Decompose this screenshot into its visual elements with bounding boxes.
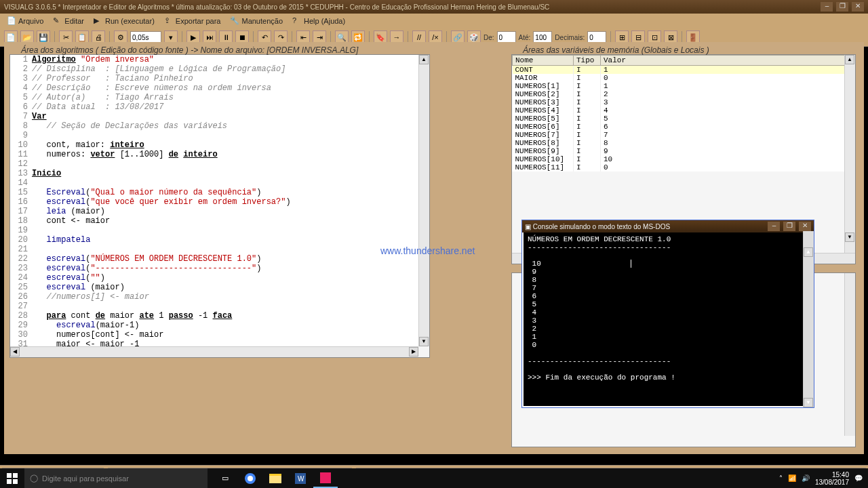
code-line: 27 — [10, 302, 418, 311]
code-line: 22 escreval("NÚMEROS EM ORDEM DECRESCENT… — [10, 254, 418, 264]
table-row[interactable]: NUMEROS[8]I8 — [513, 139, 855, 147]
taskbar-app-chrome[interactable] — [238, 468, 262, 488]
scroll-right-button[interactable]: ▶ — [409, 347, 418, 357]
scroll-left-button[interactable]: ◀ — [10, 347, 20, 357]
help-icon: ? — [292, 16, 302, 26]
file-icon: 📄 — [7, 16, 16, 26]
code-line: 1Algoritmo "Ordem inversa" — [10, 55, 418, 64]
table-row[interactable]: NUMEROS[4]I4 — [513, 106, 855, 115]
code-line: 15 Escreval("Qual o maior número da sequ… — [10, 188, 418, 197]
window-title: VISUALG 3.0.6.5 * Interpretador e Editor… — [4, 3, 549, 11]
wrench-icon: 🔧 — [230, 16, 239, 26]
code-line: 25 escreval (maior) — [10, 283, 418, 292]
vars-scrollbar-v[interactable]: ▲ ▼ — [844, 55, 855, 253]
code-line: 11 numeros: vetor [1..1000] de inteiro — [10, 150, 418, 159]
run-icon: ▶ — [94, 16, 103, 26]
table-row[interactable]: NUMEROS[11]I0 — [513, 163, 855, 171]
vars-col-tipo[interactable]: Tipo — [574, 56, 601, 66]
console-output: NÚMEROS EM ORDEM DECRESCENTE 1.0 -------… — [522, 232, 814, 407]
tray-network-icon[interactable]: 📶 — [788, 474, 796, 482]
code-line: 3// Professor : Taciano Pinheiro — [10, 74, 418, 83]
console-titlebar: ▣ Console simulando o modo texto do MS-D… — [522, 220, 814, 232]
scroll-down-button[interactable]: ▼ — [845, 232, 854, 242]
code-line: 31 maior <- maior -1 — [10, 340, 418, 346]
console-close-button[interactable]: ✕ — [799, 222, 811, 231]
code-editor[interactable]: 1Algoritmo "Ordem inversa"2// Disciplina… — [10, 55, 418, 346]
table-row[interactable]: CONTI1 — [513, 66, 855, 75]
menu-manutencao[interactable]: 🔧Manutenção — [226, 15, 287, 27]
code-line: 12 — [10, 159, 418, 169]
svg-rect-7 — [269, 476, 281, 483]
tray-volume-icon[interactable]: 🔊 — [802, 474, 810, 482]
menu-exportar[interactable]: ⇪Exportar para — [160, 15, 225, 27]
menu-help[interactable]: ?Help (Ajuda) — [288, 15, 349, 27]
scroll-up-button[interactable]: ▲ — [419, 55, 429, 64]
export-icon: ⇪ — [164, 16, 174, 26]
table-row[interactable]: NUMEROS[5]I5 — [513, 115, 855, 123]
table-row[interactable]: NUMEROS[10]I10 — [513, 155, 855, 163]
code-line: 7Var — [10, 112, 418, 121]
taskbar-app-visualg[interactable] — [313, 468, 338, 488]
code-line: 6// Data atual : 13/08/2017 — [10, 102, 418, 112]
taskbar-date: 13/08/2017 — [815, 479, 849, 486]
start-button[interactable] — [0, 468, 24, 488]
code-line: 28 para cont de maior ate 1 passo -1 fac… — [10, 311, 418, 321]
menu-arquivo[interactable]: 📄Arquivo — [3, 15, 47, 27]
ate-label: Até: — [519, 34, 531, 41]
taskbar: ◯ Digite aqui para pesquisar ▭ W ˄ 📶 🔊 1… — [0, 468, 868, 488]
console-scrollbar-v[interactable]: ▲ ▼ — [803, 231, 814, 407]
tray-chevron-up-icon[interactable]: ˄ — [779, 474, 783, 482]
menu-editar[interactable]: ✎Editar — [49, 15, 88, 27]
titlebar: VISUALG 3.0.6.5 * Interpretador e Editor… — [0, 0, 868, 14]
svg-rect-2 — [7, 479, 12, 484]
console-window[interactable]: ▣ Console simulando o modo texto do MS-D… — [521, 220, 814, 408]
table-row[interactable]: NUMEROS[3]I3 — [513, 98, 855, 106]
code-line: 30 numeros[cont] <- maior — [10, 330, 418, 340]
lower-scrollbar-v[interactable] — [844, 273, 855, 436]
svg-rect-3 — [13, 479, 18, 484]
code-line: 9 — [10, 131, 418, 140]
code-scrollbar-h[interactable]: ◀ ▶ — [10, 346, 418, 357]
taskbar-time: 15:40 — [815, 471, 849, 479]
code-line: 17 leia (maior) — [10, 207, 418, 216]
menubar: 📄Arquivo ✎Editar ▶Run (executar) ⇪Export… — [0, 14, 868, 28]
taskbar-clock[interactable]: 15:40 13/08/2017 — [815, 471, 849, 486]
scroll-down-button[interactable]: ▼ — [419, 337, 429, 346]
taskbar-app-word[interactable]: W — [288, 468, 313, 488]
maximize-button[interactable]: ❐ — [836, 2, 848, 12]
code-line: 23 escreval("---------------------------… — [10, 264, 418, 273]
menu-run[interactable]: ▶Run (executar) — [90, 15, 159, 27]
code-scrollbar-v[interactable]: ▲ ▼ — [418, 55, 429, 346]
table-row[interactable]: NUMEROS[7]I7 — [513, 131, 855, 139]
close-button[interactable]: ✕ — [852, 2, 864, 12]
de-label: De: — [484, 34, 494, 41]
scroll-up-button[interactable]: ▲ — [845, 55, 854, 64]
minimize-button[interactable]: – — [821, 2, 833, 12]
vars-col-nome[interactable]: Nome — [513, 56, 574, 66]
windows-icon — [7, 473, 18, 484]
code-line: 8 // Seção de Declarações das variáveis — [10, 121, 418, 131]
system-tray: ˄ 📶 🔊 15:40 13/08/2017 💬 — [774, 471, 868, 486]
console-minimize-button[interactable]: – — [768, 222, 780, 231]
table-row[interactable]: NUMEROS[9]I9 — [513, 147, 855, 155]
table-row[interactable]: MAIORI0 — [513, 74, 855, 82]
scroll-up-button[interactable]: ▲ — [804, 247, 813, 257]
decimais-label: Decimais: — [555, 34, 585, 41]
scroll-down-button[interactable]: ▼ — [804, 398, 813, 407]
cortana-icon: ◯ — [30, 474, 38, 483]
taskbar-app-explorer[interactable] — [263, 468, 288, 488]
code-line: 21 — [10, 245, 418, 254]
task-view-button[interactable]: ▭ — [213, 468, 237, 488]
tray-notifications-icon[interactable]: 💬 — [854, 474, 863, 482]
console-maximize-button[interactable]: ❐ — [783, 222, 795, 231]
vars-col-valor[interactable]: Valor — [601, 56, 855, 66]
table-row[interactable]: NUMEROS[1]I1 — [513, 82, 855, 90]
table-row[interactable]: NUMEROS[6]I6 — [513, 123, 855, 131]
code-line: 13Inicio — [10, 169, 418, 178]
search-placeholder: Digite aqui para pesquisar — [42, 474, 129, 483]
watermark: www.thundershare.net — [380, 245, 475, 256]
code-line: 29 escreval(maior-1) — [10, 321, 418, 330]
taskbar-search[interactable]: ◯ Digite aqui para pesquisar — [24, 468, 208, 488]
table-row[interactable]: NUMEROS[2]I2 — [513, 90, 855, 98]
code-panel: Área dos algoritmos ( Edição do código f… — [9, 54, 430, 358]
